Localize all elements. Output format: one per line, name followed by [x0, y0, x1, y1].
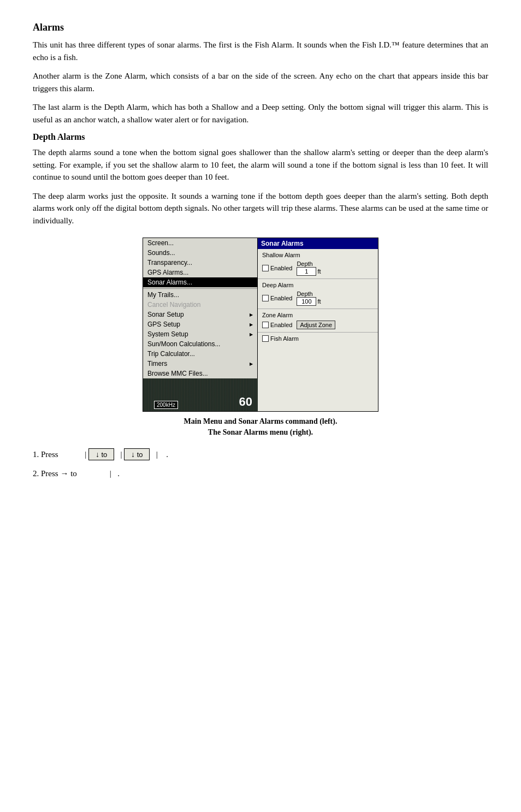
menus-row: Screen... Sounds... Transparency... GPS … — [143, 238, 378, 412]
shallow-depth-label: Depth — [297, 260, 321, 267]
menu-item-trip-calc[interactable]: Trip Calculator... — [143, 349, 257, 359]
main-menu: Screen... Sounds... Transparency... GPS … — [143, 238, 258, 411]
shallow-depth-group: Depth ft — [297, 260, 321, 276]
fish-alarm-text: Fish Alarm — [270, 335, 299, 342]
step-2-pipe1: | — [110, 469, 111, 478]
step-1-btn1[interactable]: ↓ to — [88, 448, 114, 460]
zone-checkbox[interactable] — [262, 322, 269, 328]
alarms-para-3: The last alarm is the Depth Alarm, which… — [33, 101, 488, 126]
menu-item-browse-mmc[interactable]: Browse MMC Files... — [143, 369, 257, 378]
menu-item-sunmoon[interactable]: Sun/Moon Calculations... — [143, 339, 257, 349]
figure-caption-line2: The Sonar Alarms menu (right). — [184, 427, 338, 438]
zone-enabled-label[interactable]: Enabled — [262, 322, 292, 328]
menu-item-transparency[interactable]: Transparency... — [143, 258, 257, 268]
shallow-enabled-label[interactable]: Enabled — [262, 265, 292, 271]
shallow-alarm-section: Shallow Alarm Enabled Depth ft — [258, 249, 378, 279]
step-1-pipe2: | — [116, 450, 122, 459]
alarms-heading: Alarms — [33, 22, 488, 33]
deep-checkbox[interactable] — [262, 295, 269, 301]
menu-item-sonar-alarms[interactable]: Sonar Alarms... — [143, 277, 257, 287]
zone-alarm-title: Zone Alarm — [262, 312, 374, 318]
adjust-zone-button[interactable]: Adjust Zone — [297, 321, 335, 329]
deep-depth-unit: ft — [317, 298, 321, 305]
menu-item-screen[interactable]: Screen... — [143, 238, 257, 248]
menu-separator-1 — [143, 288, 257, 289]
figure-container: Screen... Sounds... Transparency... GPS … — [33, 238, 488, 437]
figure-caption: Main Menu and Sonar Alarms command (left… — [184, 416, 338, 437]
depth-alarms-para-2: The deep alarm works just the opposite. … — [33, 190, 488, 227]
menu-item-gps-alarms[interactable]: GPS Alarms... — [143, 268, 257, 277]
deep-alarm-section: Deep Alarm Enabled Depth ft — [258, 279, 378, 309]
shallow-depth-field[interactable] — [297, 267, 316, 276]
depth-alarms-heading: Depth Alarms — [33, 132, 488, 142]
steps-section: 1. Press | ↓ to | ↓ to | . 2. Press → to… — [33, 448, 488, 478]
step-1-btn2[interactable]: ↓ to — [124, 448, 150, 460]
deep-depth-field[interactable] — [297, 297, 316, 306]
step-1-row: 1. Press | ↓ to | ↓ to | . — [33, 448, 488, 460]
zone-enabled-text: Enabled — [270, 322, 292, 328]
shallow-depth-unit: ft — [317, 268, 321, 275]
sonar-alarms-title: Sonar Alarms — [258, 238, 378, 249]
deep-depth-group: Depth ft — [297, 291, 321, 306]
menu-item-gps-setup[interactable]: GPS Setup — [143, 319, 257, 329]
alarms-para-1: This unit has three different types of s… — [33, 39, 488, 63]
deep-depth-input: ft — [297, 297, 321, 306]
step-1-label: 1. Press — [33, 450, 76, 459]
alarms-para-2: Another alarm is the Zone Alarm, which c… — [33, 70, 488, 94]
step-1-pipe1: | — [79, 450, 86, 459]
deep-alarm-row: Enabled Depth ft — [262, 291, 374, 306]
fish-alarm-label[interactable]: Fish Alarm — [262, 335, 374, 342]
menu-item-sonar-setup[interactable]: Sonar Setup — [143, 310, 257, 319]
deep-depth-label: Depth — [297, 291, 321, 297]
deep-alarm-title: Deep Alarm — [262, 282, 374, 288]
menu-item-sounds[interactable]: Sounds... — [143, 248, 257, 258]
shallow-alarm-row: Enabled Depth ft — [262, 260, 374, 276]
menu-item-timers[interactable]: Timers — [143, 359, 257, 369]
shallow-checkbox[interactable] — [262, 265, 269, 271]
freq-badge: 200kHz — [154, 401, 178, 409]
deep-enabled-label[interactable]: Enabled — [262, 295, 292, 301]
step-1-pipe3: | — [152, 450, 158, 459]
zone-alarm-row: Enabled Adjust Zone — [262, 321, 374, 329]
step-2-row: 2. Press → to | . — [33, 469, 488, 478]
shallow-alarm-title: Shallow Alarm — [262, 252, 374, 258]
figure-caption-line1: Main Menu and Sonar Alarms command (left… — [184, 416, 338, 427]
fish-alarm-section: Fish Alarm — [258, 333, 378, 345]
sonar-screenshot: 200kHz 60 — [143, 378, 258, 411]
fish-checkbox[interactable] — [262, 335, 269, 342]
deep-enabled-text: Enabled — [270, 295, 292, 301]
depth-alarms-para-1: The depth alarms sound a tone when the b… — [33, 146, 488, 183]
step-2-label: 2. Press → to — [33, 469, 77, 478]
menu-item-cancel-nav: Cancel Navigation — [143, 300, 257, 310]
menu-item-my-trails[interactable]: My Trails... — [143, 290, 257, 300]
zone-alarm-section: Zone Alarm Enabled Adjust Zone — [258, 309, 378, 333]
step-1-period: . — [162, 450, 168, 459]
menu-item-system-setup[interactable]: System Setup — [143, 329, 257, 339]
shallow-enabled-text: Enabled — [270, 265, 292, 271]
sonar-alarms-panel: Sonar Alarms Shallow Alarm Enabled Depth… — [258, 238, 378, 411]
shallow-depth-input: ft — [297, 267, 321, 276]
step-2-period: . — [114, 469, 120, 478]
depth-badge: 60 — [239, 395, 252, 409]
